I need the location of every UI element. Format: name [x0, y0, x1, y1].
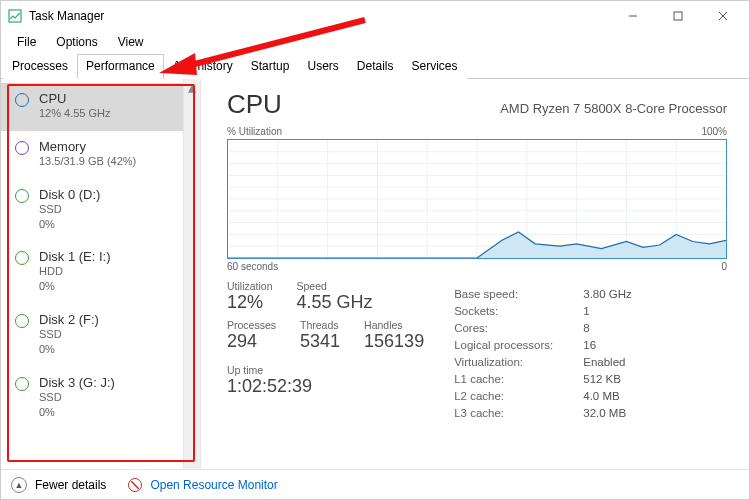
sidebar-item-title: Disk 3 (G: J:): [39, 375, 115, 390]
status-ring-icon: [15, 189, 29, 203]
tab-processes[interactable]: Processes: [3, 54, 77, 79]
detail-label: Base speed:: [454, 286, 581, 301]
sidebar-item-title: Disk 1 (E: I:): [39, 249, 111, 264]
table-row: Logical processors:16: [454, 337, 632, 352]
sidebar-item-disk-3-g-j-[interactable]: Disk 3 (G: J:)SSD0%: [1, 367, 200, 430]
tab-users[interactable]: Users: [298, 54, 347, 79]
sidebar-item-sub: SSD0%: [39, 390, 115, 420]
table-row: L1 cache:512 KB: [454, 371, 632, 386]
detail-label: Logical processors:: [454, 337, 581, 352]
status-ring-icon: [15, 141, 29, 155]
status-ring-icon: [15, 93, 29, 107]
close-button[interactable]: [700, 1, 745, 31]
detail-value: 1: [583, 303, 632, 318]
tab-startup[interactable]: Startup: [242, 54, 299, 79]
chevron-up-icon[interactable]: ▲: [11, 477, 27, 493]
table-row: L2 cache:4.0 MB: [454, 388, 632, 403]
maximize-button[interactable]: [655, 1, 700, 31]
minimize-button[interactable]: [610, 1, 655, 31]
table-row: L3 cache:32.0 MB: [454, 405, 632, 420]
detail-value: 32.0 MB: [583, 405, 632, 420]
stat-utilization-label: Utilization: [227, 280, 273, 292]
tab-performance[interactable]: Performance: [77, 54, 164, 79]
sidebar-item-sub: HDD0%: [39, 264, 111, 294]
cpu-details-table: Base speed:3.80 GHzSockets:1Cores:8Logic…: [452, 284, 634, 422]
resource-monitor-icon: [128, 478, 142, 492]
stat-utilization-value: 12%: [227, 292, 273, 313]
sidebar-scrollbar[interactable]: ▴: [183, 79, 200, 469]
stat-handles-label: Handles: [364, 319, 424, 331]
statusbar: ▲ Fewer details Open Resource Monitor: [1, 469, 749, 499]
status-ring-icon: [15, 314, 29, 328]
detail-value: 512 KB: [583, 371, 632, 386]
table-row: Cores:8: [454, 320, 632, 335]
detail-value: 16: [583, 337, 632, 352]
svg-rect-2: [674, 12, 682, 20]
detail-value: 4.0 MB: [583, 388, 632, 403]
stat-uptime-label: Up time: [227, 364, 424, 376]
detail-label: Virtualization:: [454, 354, 581, 369]
detail-value: 3.80 GHz: [583, 286, 632, 301]
titlebar: Task Manager: [1, 1, 749, 31]
stat-threads-label: Threads: [300, 319, 340, 331]
detail-value: 8: [583, 320, 632, 335]
stat-speed-value: 4.55 GHz: [297, 292, 373, 313]
open-resource-monitor-link[interactable]: Open Resource Monitor: [150, 478, 277, 492]
table-row: Virtualization:Enabled: [454, 354, 632, 369]
detail-label: Sockets:: [454, 303, 581, 318]
menu-options[interactable]: Options: [48, 33, 105, 51]
sidebar-item-disk-0-d-[interactable]: Disk 0 (D:)SSD0%: [1, 179, 200, 242]
svg-line-23: [131, 481, 139, 489]
sidebar-item-sub: SSD0%: [39, 202, 100, 232]
chart-y-max: 100%: [701, 126, 727, 137]
stat-speed-label: Speed: [297, 280, 373, 292]
tab-services[interactable]: Services: [403, 54, 467, 79]
stat-uptime-value: 1:02:52:39: [227, 376, 424, 397]
scroll-up-icon[interactable]: ▴: [184, 79, 200, 96]
detail-label: L3 cache:: [454, 405, 581, 420]
sidebar-item-cpu[interactable]: CPU12% 4.55 GHz: [1, 83, 200, 131]
tab-app-history[interactable]: App history: [164, 54, 242, 79]
status-ring-icon: [15, 377, 29, 391]
stat-handles-value: 156139: [364, 331, 424, 352]
stat-threads-value: 5341: [300, 331, 340, 352]
sidebar-item-sub: 13.5/31.9 GB (42%): [39, 154, 136, 169]
table-row: Sockets:1: [454, 303, 632, 318]
menubar: File Options View: [1, 31, 749, 53]
svg-rect-0: [9, 10, 21, 22]
cpu-model-name: AMD Ryzen 7 5800X 8-Core Processor: [500, 101, 727, 116]
sidebar-item-title: Memory: [39, 139, 136, 154]
menu-file[interactable]: File: [9, 33, 44, 51]
detail-label: L1 cache:: [454, 371, 581, 386]
main-panel: CPU AMD Ryzen 7 5800X 8-Core Processor %…: [201, 79, 749, 469]
sidebar-item-title: CPU: [39, 91, 111, 106]
status-ring-icon: [15, 251, 29, 265]
tab-details[interactable]: Details: [348, 54, 403, 79]
detail-label: Cores:: [454, 320, 581, 335]
sidebar-item-title: Disk 2 (F:): [39, 312, 99, 327]
fewer-details-link[interactable]: Fewer details: [35, 478, 106, 492]
detail-label: L2 cache:: [454, 388, 581, 403]
stat-processes-label: Processes: [227, 319, 276, 331]
sidebar-item-sub: 12% 4.55 GHz: [39, 106, 111, 121]
sidebar: CPU12% 4.55 GHzMemory13.5/31.9 GB (42%)D…: [1, 79, 201, 469]
sidebar-item-memory[interactable]: Memory13.5/31.9 GB (42%): [1, 131, 200, 179]
sidebar-item-disk-2-f-[interactable]: Disk 2 (F:)SSD0%: [1, 304, 200, 367]
sidebar-item-disk-1-e-i-[interactable]: Disk 1 (E: I:)HDD0%: [1, 241, 200, 304]
tabstrip: Processes Performance App history Startu…: [1, 53, 749, 79]
page-title: CPU: [227, 89, 282, 120]
menu-view[interactable]: View: [110, 33, 152, 51]
stat-processes-value: 294: [227, 331, 276, 352]
sidebar-item-title: Disk 0 (D:): [39, 187, 100, 202]
table-row: Base speed:3.80 GHz: [454, 286, 632, 301]
chart-y-label: % Utilization: [227, 126, 282, 137]
window-title: Task Manager: [29, 9, 610, 23]
chart-x-left: 60 seconds: [227, 261, 278, 272]
chart-x-right: 0: [721, 261, 727, 272]
sidebar-item-sub: SSD0%: [39, 327, 99, 357]
app-icon: [5, 9, 25, 23]
detail-value: Enabled: [583, 354, 632, 369]
utilization-chart: [227, 139, 727, 259]
